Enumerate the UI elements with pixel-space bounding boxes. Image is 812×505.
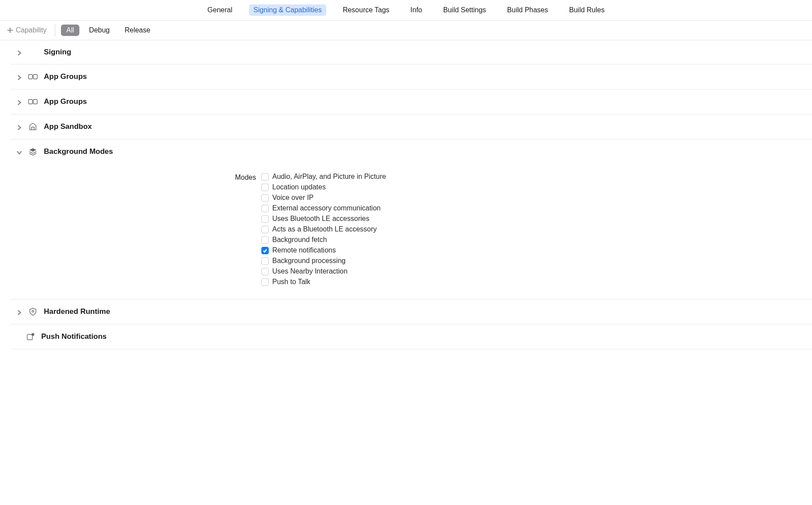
shield-icon: [28, 307, 38, 317]
section-title: App Groups: [44, 97, 87, 106]
mode-checkbox[interactable]: [261, 257, 269, 265]
mode-item: Location updates: [261, 183, 386, 191]
section-title: Signing: [44, 48, 71, 57]
mode-checkbox[interactable]: [261, 205, 269, 212]
section-app-groups[interactable]: App Groups: [11, 64, 812, 89]
tab-info[interactable]: Info: [406, 4, 427, 16]
mode-checkbox[interactable]: [261, 173, 269, 181]
mode-item: Audio, AirPlay, and Picture in Picture: [261, 173, 386, 181]
mode-label: Voice over IP: [272, 194, 313, 202]
section-title: App Groups: [44, 72, 87, 81]
chevron-right-icon: [17, 74, 22, 79]
add-capability-label: Capability: [16, 26, 46, 34]
editor-tabs: General Signing & Capabilities Resource …: [0, 0, 812, 21]
svg-rect-2: [28, 75, 32, 79]
add-capability-button[interactable]: Capability: [4, 25, 49, 36]
mode-label: Uses Nearby Interaction: [272, 267, 348, 275]
tab-resource-tags[interactable]: Resource Tags: [338, 4, 394, 16]
mode-label: Remote notifications: [272, 246, 336, 254]
mode-item: Remote notifications: [261, 246, 386, 254]
mode-item: Background processing: [261, 257, 386, 265]
section-title: Hardened Runtime: [44, 307, 110, 316]
section-title: App Sandbox: [44, 122, 92, 131]
svg-rect-4: [28, 100, 32, 104]
mode-checkbox[interactable]: [261, 247, 269, 254]
modes-label: Modes: [11, 173, 256, 181]
config-tab-debug[interactable]: Debug: [84, 25, 115, 36]
chevron-right-icon: [17, 99, 22, 104]
section-title: Push Notifications: [41, 332, 107, 341]
mode-label: Uses Bluetooth LE accessories: [272, 215, 369, 223]
svg-rect-3: [33, 75, 37, 79]
mode-label: Location updates: [272, 183, 326, 191]
capability-toolbar: Capability All Debug Release: [0, 21, 812, 40]
background-modes-content: Modes Audio, AirPlay, and Picture in Pic…: [11, 164, 812, 299]
mode-checkbox[interactable]: [261, 268, 269, 275]
mode-checkbox[interactable]: [261, 184, 269, 191]
mode-item: Push to Talk: [261, 278, 386, 286]
tab-signing-capabilities[interactable]: Signing & Capabilities: [249, 4, 326, 16]
section-app-groups[interactable]: App Groups: [11, 89, 812, 114]
section-hardened-runtime[interactable]: Hardened Runtime: [11, 299, 812, 324]
svg-point-6: [32, 310, 34, 312]
mode-label: Acts as a Bluetooth LE accessory: [272, 225, 377, 233]
mode-item: Uses Bluetooth LE accessories: [261, 215, 386, 223]
svg-rect-7: [27, 334, 32, 340]
mode-checkbox[interactable]: [261, 194, 269, 202]
mode-label: Push to Talk: [272, 278, 310, 286]
app-groups-icon: [28, 72, 38, 82]
chevron-right-icon: [17, 309, 22, 314]
section-app-sandbox[interactable]: App Sandbox: [11, 114, 812, 139]
config-tab-release[interactable]: Release: [119, 25, 156, 36]
section-push-notifications[interactable]: Push Notifications: [11, 324, 812, 349]
mode-checkbox[interactable]: [261, 278, 269, 286]
mode-label: External accessory communication: [272, 204, 381, 212]
tab-build-phases[interactable]: Build Phases: [503, 4, 552, 16]
section-background-modes[interactable]: Background Modes: [11, 139, 812, 164]
mode-label: Audio, AirPlay, and Picture in Picture: [272, 173, 386, 181]
tab-build-rules[interactable]: Build Rules: [565, 4, 609, 16]
config-tab-all[interactable]: All: [61, 25, 79, 36]
capability-sections: Signing App Groups App Groups App Sandbo…: [0, 40, 812, 349]
mode-checkbox[interactable]: [261, 226, 269, 233]
mode-item: External accessory communication: [261, 204, 386, 212]
sandbox-icon: [28, 122, 38, 132]
section-signing[interactable]: Signing: [11, 40, 812, 64]
push-notifications-icon: [25, 332, 35, 341]
chevron-right-icon: [17, 124, 22, 129]
tab-general[interactable]: General: [203, 4, 237, 16]
plus-icon: [7, 27, 13, 33]
background-modes-icon: [28, 147, 38, 156]
section-title: Background Modes: [44, 147, 113, 156]
mode-label: Background fetch: [272, 236, 327, 244]
mode-checkbox[interactable]: [261, 215, 269, 223]
modes-list: Audio, AirPlay, and Picture in PictureLo…: [261, 173, 386, 286]
svg-point-8: [32, 333, 34, 336]
chevron-right-icon: [17, 50, 22, 55]
mode-item: Background fetch: [261, 236, 386, 244]
chevron-down-icon: [17, 149, 22, 154]
toolbar-divider: [55, 24, 55, 36]
app-groups-icon: [28, 97, 38, 107]
mode-item: Voice over IP: [261, 194, 386, 202]
mode-item: Uses Nearby Interaction: [261, 267, 386, 275]
tab-build-settings[interactable]: Build Settings: [439, 4, 491, 16]
mode-checkbox[interactable]: [261, 236, 269, 244]
mode-item: Acts as a Bluetooth LE accessory: [261, 225, 386, 233]
mode-label: Background processing: [272, 257, 345, 265]
svg-rect-5: [33, 100, 37, 104]
